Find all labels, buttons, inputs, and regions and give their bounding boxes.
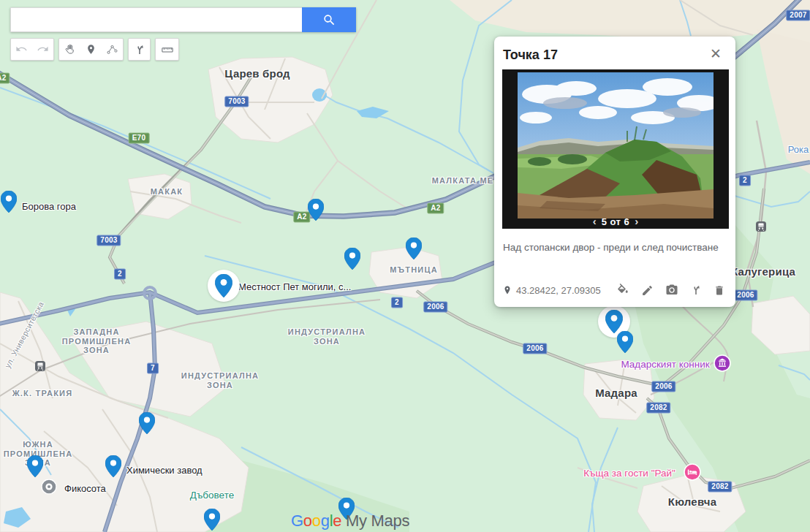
delete-button[interactable]	[714, 284, 725, 297]
google-logo-letter: o	[312, 512, 321, 530]
search-button[interactable]	[302, 7, 356, 32]
map-marker-pin[interactable]	[27, 455, 43, 480]
map-label: МАЛКАТА МЕ	[432, 176, 494, 186]
google-logo-letter: e	[333, 512, 341, 530]
map-label: ИНДУСТРИАЛНА ЗОНА	[181, 371, 259, 390]
generic-poi-icon[interactable]	[42, 479, 57, 498]
point-description: Над стопански двор - преди и след почист…	[494, 229, 735, 254]
map-label: Калугерица	[731, 265, 795, 278]
lodging-icon[interactable]	[684, 463, 701, 484]
location-pin-icon	[503, 285, 512, 296]
undo-button[interactable]	[11, 39, 32, 60]
map-label: Химически завод	[126, 466, 202, 476]
directions-group	[128, 38, 151, 61]
map-label: Рока	[788, 145, 809, 156]
road-shield: 2006	[423, 302, 447, 313]
map-label: ЗАПАДНА ПРОМИШЛЕНА ЗОНА	[62, 327, 132, 355]
paint-bucket-icon	[616, 284, 629, 297]
add-directions-button[interactable]	[129, 39, 150, 60]
carousel-bar: ‹5 от 6›	[502, 216, 729, 227]
google-logo-letter: g	[321, 512, 330, 530]
road-shield: 2006	[523, 343, 547, 354]
camera-icon	[665, 284, 678, 297]
road-shield: 2	[391, 297, 403, 308]
popup-title: Точка 17	[494, 37, 735, 69]
map-label: МЪТНИЦА	[390, 265, 438, 275]
map-label: Дъбовете	[190, 490, 234, 501]
ruler-icon	[161, 43, 174, 56]
map-marker-pin[interactable]	[617, 331, 633, 356]
style-button[interactable]	[616, 284, 629, 297]
map-label: Мадарският конник	[621, 359, 709, 370]
search-icon	[322, 13, 336, 27]
map-label: Борова гора	[22, 202, 76, 213]
map-toolbar	[10, 38, 179, 61]
road-shield: 2007	[786, 10, 810, 21]
carousel-next-icon[interactable]: ›	[629, 216, 643, 227]
pencil-icon	[641, 284, 654, 297]
hand-icon	[64, 43, 76, 56]
map-label: Кюлевча	[668, 495, 716, 508]
road-shield: 2006	[651, 381, 675, 392]
draw-tools-group	[58, 38, 124, 61]
popup-footer: 43.28422, 27.09305	[494, 284, 735, 297]
map-label: ИНДУСТРИАЛНА ЗОНА	[288, 327, 366, 346]
railway-station-icon[interactable]	[35, 361, 45, 374]
directions-y-icon	[690, 284, 702, 296]
museum-icon[interactable]	[714, 354, 731, 375]
add-marker-button[interactable]	[80, 39, 102, 60]
map-label: Къща за гости "Рай"	[583, 468, 675, 479]
carousel-position: 5 от 6	[602, 216, 630, 227]
road-shield: 2	[739, 175, 751, 186]
popup-actions	[616, 284, 725, 297]
directions-icon	[134, 44, 145, 56]
edit-button[interactable]	[641, 284, 654, 297]
redo-button[interactable]	[32, 39, 53, 60]
map-marker-pin[interactable]	[406, 238, 422, 262]
point-info-popup: Точка 17 ✕	[494, 37, 735, 307]
my-maps-wordmark: My Maps	[341, 512, 409, 530]
google-my-maps-logo: Google My Maps	[291, 512, 409, 531]
point-coordinates: 43.28422, 27.09305	[503, 285, 601, 296]
road-shield: 2082	[646, 403, 670, 414]
road-shield: 2082	[708, 482, 732, 493]
map-label: Ж.К. ТРАКИЯ	[12, 389, 73, 398]
map-marker-pin[interactable]	[1, 191, 17, 216]
draw-line-button[interactable]	[102, 39, 123, 60]
map-marker-pin[interactable]	[139, 412, 155, 437]
pan-hand-button[interactable]	[59, 39, 80, 60]
map-marker-pin[interactable]	[105, 455, 121, 480]
undo-redo-group	[10, 38, 54, 61]
map-label: Местност Пет могили, с...	[238, 282, 351, 293]
photo-carousel[interactable]: ‹5 от 6›	[502, 69, 729, 229]
measure-button[interactable]	[156, 39, 178, 60]
map-marker-pin[interactable]	[215, 274, 232, 300]
trash-icon	[714, 284, 725, 297]
road-shield: А2	[0, 73, 10, 84]
road-shield: 7	[147, 363, 159, 374]
search-bar	[10, 7, 356, 32]
map-label: МАКАК	[151, 187, 183, 197]
marker-icon	[86, 44, 96, 55]
directions-to-point-button[interactable]	[690, 284, 702, 296]
undo-icon	[15, 43, 28, 56]
map-marker-pin[interactable]	[344, 248, 360, 273]
add-photo-button[interactable]	[665, 284, 678, 297]
map-label: Царев брод	[224, 67, 290, 80]
road-shield: А2	[427, 203, 444, 214]
close-icon[interactable]: ✕	[705, 46, 726, 61]
map-label: Фикосота	[64, 484, 106, 495]
road-shield: 7003	[224, 96, 249, 107]
carousel-prev-icon[interactable]: ‹	[588, 216, 602, 227]
search-input[interactable]	[10, 7, 302, 32]
road-shield: 2006	[733, 290, 757, 301]
road-shield: E70	[129, 133, 150, 144]
railway-station-icon[interactable]	[756, 221, 766, 235]
redo-icon	[37, 43, 49, 56]
draw-line-icon	[106, 43, 118, 56]
map-marker-pin[interactable]	[308, 199, 324, 224]
google-logo-letter: G	[291, 512, 303, 530]
road-shield: 2	[114, 269, 126, 280]
map-marker-pin[interactable]	[204, 509, 220, 532]
point-photo	[518, 72, 714, 218]
